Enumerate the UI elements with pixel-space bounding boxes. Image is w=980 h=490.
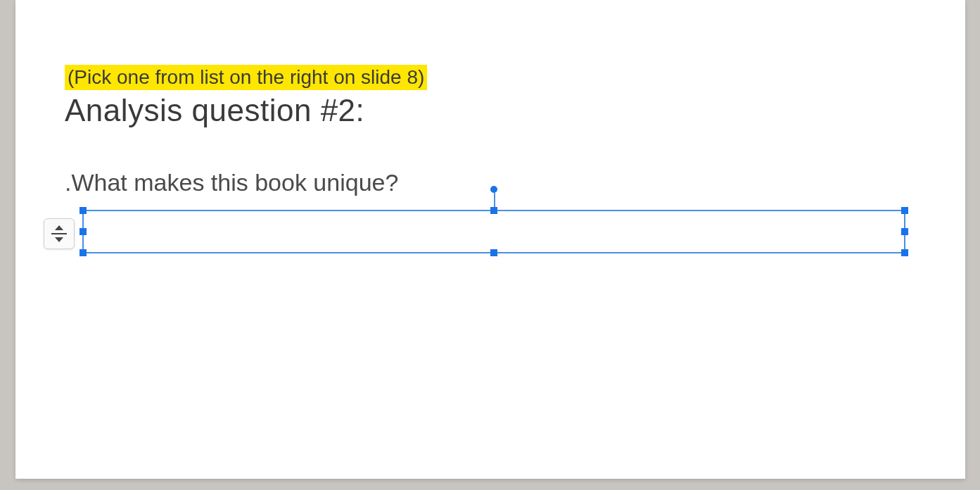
chevron-down-icon [55, 237, 63, 242]
rotate-connector-line [494, 193, 495, 207]
slide-canvas[interactable]: (Pick one from list on the right on slid… [15, 0, 965, 479]
resize-handle-bottom-right[interactable] [901, 249, 908, 256]
resize-handle-top-middle[interactable] [490, 207, 497, 214]
chevron-up-icon [55, 225, 63, 230]
slide-body-text[interactable]: .What makes this book unique? [65, 169, 398, 196]
highlighted-instruction-text[interactable]: (Pick one from list on the right on slid… [65, 65, 427, 90]
resize-handle-bottom-middle[interactable] [490, 249, 497, 256]
slide-heading[interactable]: Analysis question #2: [65, 93, 364, 128]
rotate-handle[interactable] [490, 186, 497, 193]
resize-handle-middle-right[interactable] [901, 228, 908, 235]
resize-handle-bottom-left[interactable] [79, 249, 87, 256]
line-spacing-stepper[interactable] [44, 218, 75, 249]
resize-handle-top-right[interactable] [901, 207, 908, 214]
selected-textbox[interactable] [82, 210, 905, 253]
resize-handle-top-left[interactable] [79, 207, 87, 214]
stepper-divider [51, 233, 67, 234]
resize-handle-middle-left[interactable] [79, 228, 87, 235]
